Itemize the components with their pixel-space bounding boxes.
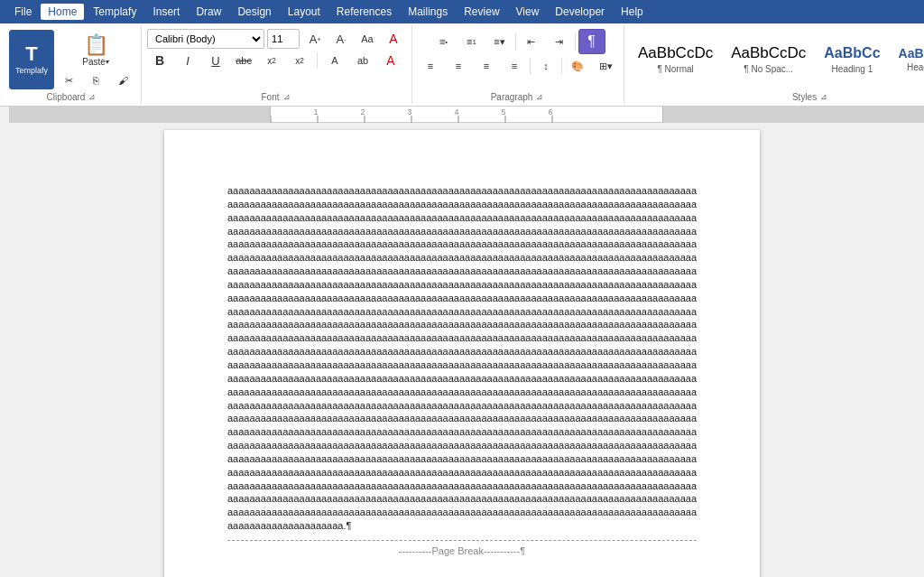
ruler-corner <box>0 107 9 123</box>
ribbon: T Templafy 📋 Paste ▾ ✂ ⎘ 🖌 <box>0 23 924 107</box>
document-main[interactable]: aaaaaaaaaaaaaaaaaaaaaaaaaaaaaaaaaaaaaaaa… <box>0 123 924 577</box>
text-effects-button[interactable]: A <box>381 30 406 48</box>
styles-content: AaBbCcDc ¶ Normal AaBbCcDc ¶ No Spac... … <box>630 29 924 89</box>
font-size-input[interactable] <box>267 29 300 49</box>
align-right-button[interactable]: ≡ <box>474 57 499 75</box>
text-content: aaaaaaaaaaaaaaaaaaaaaaaaaaaaaaaaaaaaaaaa… <box>227 184 697 533</box>
shading-button[interactable]: A <box>378 51 403 70</box>
font-size-buttons: A+ A- Aa A <box>302 30 406 48</box>
numbering-button[interactable]: ≡1 <box>459 33 485 51</box>
normal-preview: AaBbCcDc <box>638 44 713 62</box>
document-page[interactable]: aaaaaaaaaaaaaaaaaaaaaaaaaaaaaaaaaaaaaaaa… <box>164 130 760 577</box>
paragraph-label: Paragraph ⊿ <box>418 89 618 104</box>
text-line: aaaaaaaaaaaaaaaaaaaaaaaaaaaaaaaaaaaaaaaa… <box>227 439 697 452</box>
bold-button[interactable]: B <box>147 51 172 70</box>
para-div2 <box>575 33 576 50</box>
format-painter-button[interactable]: 🖌 <box>110 71 135 89</box>
copy-button[interactable]: ⎘ <box>83 71 108 89</box>
font-expand[interactable]: ⊿ <box>282 91 292 102</box>
menu-home[interactable]: Home <box>41 4 84 20</box>
para-div1 <box>515 33 516 50</box>
group-font: Calibri (Body) A+ A- Aa A B I U abc x2 <box>142 25 412 104</box>
font-row-1: Calibri (Body) A+ A- Aa A <box>147 29 406 49</box>
justify-button[interactable]: ≡ <box>502 57 527 75</box>
styles-expand[interactable]: ⊿ <box>818 91 829 102</box>
normal-label: ¶ Normal <box>657 64 693 74</box>
decrease-indent-button[interactable]: ⇤ <box>519 33 544 51</box>
borders-button[interactable]: ⊞▾ <box>593 57 618 75</box>
text-line: aaaaaaaaaaaaaaaaaaaaaaaaaaaaaaaaaaaaaaaa… <box>227 345 697 358</box>
style-heading1[interactable]: AaBbCc Heading 1 <box>816 33 888 87</box>
text-line: aaaaaaaaaaaaaaaaaaaaaaaaaaaaaaaaaaaaaaaa… <box>227 479 697 493</box>
text-line: aaaaaaaaaaaaaaaaaaaaaaaaaaaaaaaaaaaaaaaa… <box>227 184 697 198</box>
paragraph-mark-icon: ¶ <box>587 33 596 50</box>
superscript-button[interactable]: x2 <box>287 51 312 70</box>
bullets-button[interactable]: ≡• <box>431 33 457 51</box>
heading1-preview: AaBbCc <box>824 44 880 61</box>
font-size-decrease[interactable]: A- <box>328 30 354 48</box>
styles-label: Styles ⊿ <box>630 89 924 104</box>
svg-text:2: 2 <box>360 107 365 116</box>
templafy-label: Templafy <box>15 66 48 75</box>
para-div4 <box>561 58 562 74</box>
menu-bar: File Home Templafy Insert Draw Design La… <box>0 0 924 23</box>
heading2-preview: AaBbCcD <box>899 46 924 61</box>
ruler-ticks: 1 2 3 4 5 6 <box>271 107 662 123</box>
group-paragraph: ≡• ≡1 ≡▾ ⇤ ⇥ ¶ ≡ ≡ ≡ ≡ <box>412 25 624 104</box>
text-line: aaaaaaaaaaaaaaaaaaaaaaaaaaaaaaaaaaaaaaaa… <box>227 492 697 506</box>
text-line: aaaaaaaaaaaaaaaaaaaaaaaaaaaaaaaaaaaaaaaa… <box>227 251 697 265</box>
para-div3 <box>530 58 531 74</box>
show-formatting-button[interactable]: ¶ <box>578 29 605 54</box>
highlight-button[interactable]: ab. <box>350 51 375 70</box>
text-line: aaaaaaaaaaaaaaaaaaaaaaaaaaaaaaaaaaaaaaaa… <box>227 211 697 225</box>
line-spacing-button[interactable]: ↕ <box>533 57 559 75</box>
menu-mailings[interactable]: Mailings <box>401 4 455 20</box>
menu-view[interactable]: View <box>509 4 547 20</box>
menu-file[interactable]: File <box>7 4 39 20</box>
text-color-button[interactable]: A. <box>322 51 347 70</box>
italic-button[interactable]: I <box>175 51 200 70</box>
style-no-spacing[interactable]: AaBbCcDc ¶ No Spac... <box>723 33 814 87</box>
menu-review[interactable]: Review <box>457 4 506 20</box>
menu-draw[interactable]: Draw <box>189 4 228 20</box>
templafy-icon: T <box>25 44 37 64</box>
menu-help[interactable]: Help <box>614 4 651 20</box>
text-line: aaaaaaaaaaaaaaaaaaaaaaaaaaaaaaaaaaaaaaaa… <box>227 305 697 319</box>
font-name-select[interactable]: Calibri (Body) <box>147 29 264 49</box>
menu-developer[interactable]: Developer <box>548 4 612 20</box>
font-size-increase[interactable]: A+ <box>302 30 328 48</box>
menu-design[interactable]: Design <box>230 4 278 20</box>
align-center-button[interactable]: ≡ <box>446 57 471 75</box>
menu-layout[interactable]: Layout <box>281 4 328 20</box>
clipboard-expand[interactable]: ⊿ <box>87 91 97 102</box>
text-line: aaaaaaaaaaaaaaaaaaaaaaaaaaaaaaaaaaaaaaaa… <box>227 198 697 211</box>
font-divider <box>317 52 318 69</box>
text-line: aaaaaaaaaaaaaaaaaaaaaaaaaaaaaaaaaaaaaaaa… <box>227 412 697 425</box>
paragraph-expand[interactable]: ⊿ <box>534 91 545 102</box>
paste-button[interactable]: 📋 Paste ▾ <box>76 29 116 70</box>
increase-indent-button[interactable]: ⇥ <box>547 33 572 51</box>
menu-insert[interactable]: Insert <box>145 4 187 20</box>
multilevel-list-button[interactable]: ≡▾ <box>487 33 513 51</box>
menu-templafy[interactable]: Templafy <box>86 4 143 20</box>
text-line: aaaaaaaaaaaaaaaaaaaaaaaaaaaaaaaaaaaaaaaa… <box>227 452 697 466</box>
paragraph-content: ≡• ≡1 ≡▾ ⇤ ⇥ ¶ ≡ ≡ ≡ ≡ <box>418 29 618 89</box>
heading2-label: Heading 2 <box>907 62 924 72</box>
style-heading2[interactable]: AaBbCcD Heading 2 <box>891 33 924 87</box>
group-clipboard: T Templafy 📋 Paste ▾ ✂ ⎘ 🖌 <box>4 25 142 104</box>
align-left-button[interactable]: ≡ <box>418 57 443 75</box>
clipboard-label: Clipboard ⊿ <box>9 89 135 104</box>
underline-button[interactable]: U <box>203 51 228 70</box>
strikethrough-button[interactable]: abc <box>231 51 256 70</box>
cut-button[interactable]: ✂ <box>56 71 81 89</box>
change-case-button[interactable]: Aa <box>355 30 380 48</box>
text-line: aaaaaaaaaaaaaaaaaaaaaaaaaaaaaaaaaaaaaaaa… <box>227 372 697 386</box>
style-normal[interactable]: AaBbCcDc ¶ Normal <box>630 33 721 87</box>
document-text[interactable]: aaaaaaaaaaaaaaaaaaaaaaaaaaaaaaaaaaaaaaaa… <box>227 184 697 562</box>
text-line: aaaaaaaaaaaaaaaaaaaaaaaaaaaaaaaaaaaaaaaa… <box>227 237 697 251</box>
subscript-button[interactable]: x2 <box>259 51 284 70</box>
templafy-button[interactable]: T Templafy <box>9 30 54 89</box>
menu-references[interactable]: References <box>329 4 399 20</box>
font-row-2: B I U abc x2 x2 A. ab. A <box>147 51 403 70</box>
shading-para-button[interactable]: 🎨 <box>565 57 590 75</box>
